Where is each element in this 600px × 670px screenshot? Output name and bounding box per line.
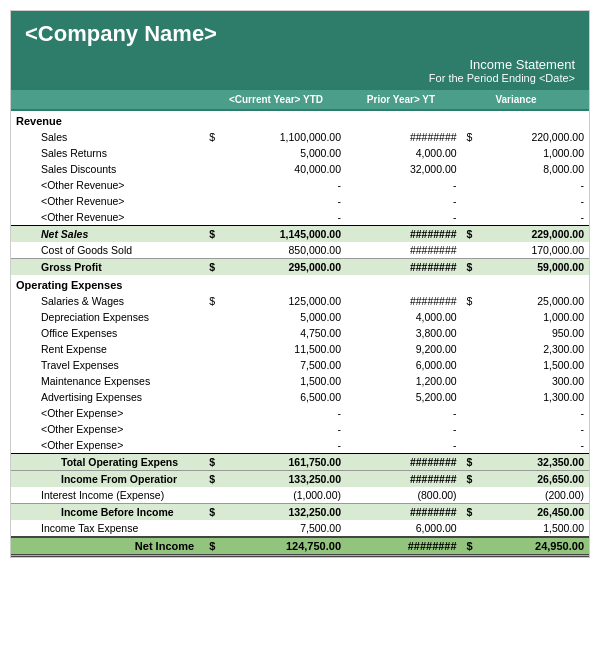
var-val: 8,000.00 <box>478 161 589 177</box>
table-row: Sales Returns 5,000.00 4,000.00 1,000.00 <box>11 145 589 161</box>
curr-val: 1,100,000.00 <box>220 129 346 145</box>
gross-profit-row: Gross Profit $ 295,000.00 ######## $ 59,… <box>11 259 589 276</box>
table-row: <Other Revenue> - - - <box>11 193 589 209</box>
total-op-label: Total Operating Expens <box>11 454 204 471</box>
var-val: 26,450.00 <box>478 504 589 521</box>
table-row: Travel Expenses 7,500.00 6,000.00 1,500.… <box>11 357 589 373</box>
report-subtitle: For the Period Ending <Date> <box>25 72 575 84</box>
curr-sign: $ <box>204 537 220 556</box>
curr-sign: $ <box>204 226 220 243</box>
net-income-row: Net Income $ 124,750.00 ######## $ 24,95… <box>11 537 589 556</box>
curr-val: 125,000.00 <box>220 293 346 309</box>
tax-label: Income Tax Expense <box>11 520 204 537</box>
row-label: Salaries & Wages <box>11 293 204 309</box>
row-label: <Other Expense> <box>11 437 204 454</box>
curr-val: 5,000.00 <box>220 145 346 161</box>
curr-val: 5,000.00 <box>220 309 346 325</box>
prior-val: ######## <box>346 226 462 243</box>
table-row: Salaries & Wages $ 125,000.00 ######## $… <box>11 293 589 309</box>
prior-val: - <box>346 193 462 209</box>
row-label: Sales Discounts <box>11 161 204 177</box>
row-label: Advertising Expenses <box>11 389 204 405</box>
prior-sign <box>462 161 478 177</box>
curr-val: 133,250.00 <box>220 471 346 488</box>
curr-val: 850,000.00 <box>220 242 346 259</box>
curr-val: - <box>220 193 346 209</box>
cogs-label: Cost of Goods Sold <box>11 242 204 259</box>
row-label: <Other Revenue> <box>11 177 204 193</box>
prior-val: ######## <box>346 293 462 309</box>
var-val: 59,000.00 <box>478 259 589 276</box>
table-row: <Other Expense> - - - <box>11 405 589 421</box>
curr-val: 295,000.00 <box>220 259 346 276</box>
gross-profit-label: Gross Profit <box>11 259 204 276</box>
row-label: <Other Expense> <box>11 421 204 437</box>
prior-val: ######## <box>346 471 462 488</box>
var-val: - <box>478 421 589 437</box>
prior-val: 1,200.00 <box>346 373 462 389</box>
table-row: Rent Expense 11,500.00 9,200.00 2,300.00 <box>11 341 589 357</box>
table-row: Maintenance Expenses 1,500.00 1,200.00 3… <box>11 373 589 389</box>
total-operating-row: Total Operating Expens $ 161,750.00 ####… <box>11 454 589 471</box>
curr-val: 7,500.00 <box>220 357 346 373</box>
prior-sign: $ <box>462 454 478 471</box>
curr-val: 1,145,000.00 <box>220 226 346 243</box>
curr-val: 124,750.00 <box>220 537 346 556</box>
var-val: 1,500.00 <box>478 520 589 537</box>
income-operations-row: Income From Operatior $ 133,250.00 #####… <box>11 471 589 488</box>
table-row: Sales $ 1,100,000.00 ######## $ 220,000.… <box>11 129 589 145</box>
var-val: - <box>478 193 589 209</box>
company-name: <Company Name> <box>25 21 575 47</box>
curr-val: 40,000.00 <box>220 161 346 177</box>
net-sales-label: Net Sales <box>11 226 204 243</box>
var-val: 24,950.00 <box>478 537 589 556</box>
revenue-label: Revenue <box>11 111 589 129</box>
curr-val: 161,750.00 <box>220 454 346 471</box>
curr-val: 7,500.00 <box>220 520 346 537</box>
row-label: Rent Expense <box>11 341 204 357</box>
operating-label: Operating Expenses <box>11 275 589 293</box>
row-label: Maintenance Expenses <box>11 373 204 389</box>
var-val: 32,350.00 <box>478 454 589 471</box>
curr-sign <box>204 145 220 161</box>
var-val: - <box>478 437 589 454</box>
var-val: - <box>478 209 589 226</box>
income-statement-page: <Company Name> Income Statement For the … <box>10 10 590 558</box>
col-header-label <box>11 90 211 109</box>
var-val: 1,000.00 <box>478 309 589 325</box>
var-val: - <box>478 405 589 421</box>
prior-val: 6,000.00 <box>346 520 462 537</box>
curr-val: 11,500.00 <box>220 341 346 357</box>
curr-val: - <box>220 177 346 193</box>
var-val: 170,000.00 <box>478 242 589 259</box>
var-val: 229,000.00 <box>478 226 589 243</box>
interest-row: Interest Income (Expense) (1,000.00) (80… <box>11 487 589 504</box>
section-operating: Operating Expenses <box>11 275 589 293</box>
var-val: 1,000.00 <box>478 145 589 161</box>
prior-val: (800.00) <box>346 487 462 504</box>
prior-val: - <box>346 209 462 226</box>
prior-val: 32,000.00 <box>346 161 462 177</box>
table-row: <Other Revenue> - - - <box>11 177 589 193</box>
prior-val: ######## <box>346 259 462 276</box>
curr-sign <box>204 161 220 177</box>
column-headers: <Current Year> YTD Prior Year> YT Varian… <box>11 90 589 111</box>
income-statement-table: Revenue Sales $ 1,100,000.00 ######## $ … <box>11 111 589 557</box>
table-row: <Other Expense> - - - <box>11 437 589 454</box>
table-row: Office Expenses 4,750.00 3,800.00 950.00 <box>11 325 589 341</box>
table-row: <Other Expense> - - - <box>11 421 589 437</box>
prior-val: - <box>346 405 462 421</box>
col-header-prior: Prior Year> YT <box>341 90 461 109</box>
prior-val: 4,000.00 <box>346 309 462 325</box>
curr-val: - <box>220 421 346 437</box>
table-row: Depreciation Expenses 5,000.00 4,000.00 … <box>11 309 589 325</box>
prior-val: ######## <box>346 129 462 145</box>
table-row: Sales Discounts 40,000.00 32,000.00 8,00… <box>11 161 589 177</box>
var-val: 220,000.00 <box>478 129 589 145</box>
prior-val: - <box>346 177 462 193</box>
curr-sign: $ <box>204 259 220 276</box>
prior-val: 4,000.00 <box>346 145 462 161</box>
curr-val: (1,000.00) <box>220 487 346 504</box>
row-label: <Other Expense> <box>11 405 204 421</box>
row-label: <Other Revenue> <box>11 193 204 209</box>
